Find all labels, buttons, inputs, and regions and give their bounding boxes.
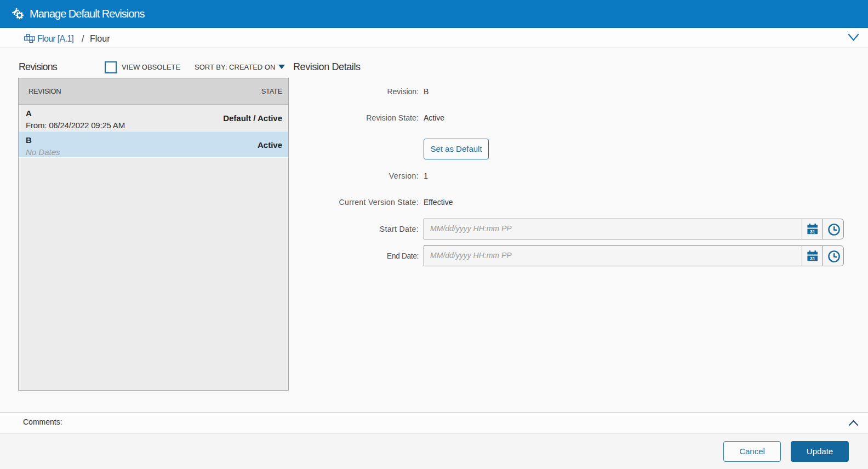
svg-text:31: 31 [810, 256, 815, 261]
svg-text:31: 31 [810, 229, 815, 234]
